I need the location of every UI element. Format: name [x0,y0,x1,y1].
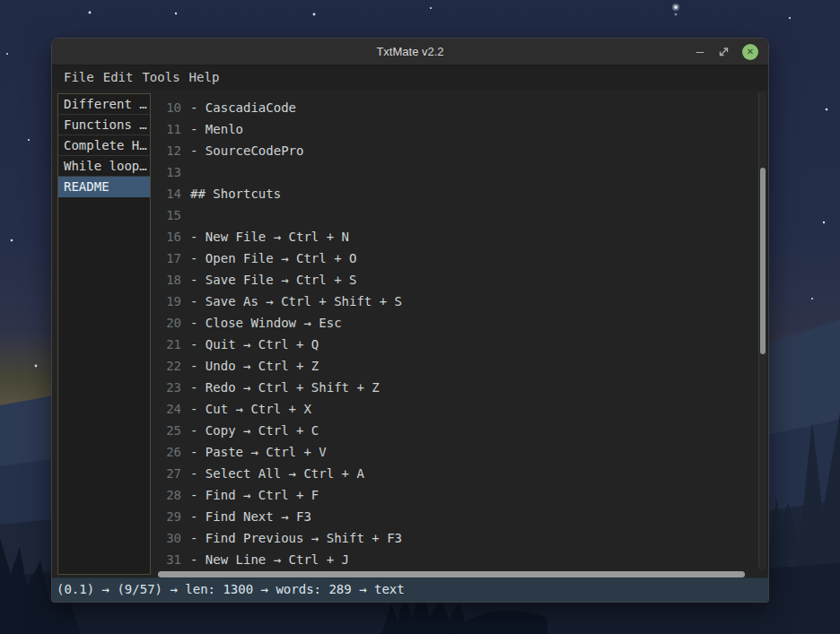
line-number: 21 [165,334,181,355]
list-item[interactable]: While loop… [58,156,150,177]
close-button[interactable]: ✕ [742,44,758,60]
window-controls: – ✕ [695,39,758,65]
editor-line: 19- Save As → Ctrl + Shift + S [153,291,757,312]
editor-line: 15 [153,204,757,226]
line-number: 27 [165,463,181,484]
editor-line: 29- Find Next → F3 [153,506,757,527]
line-text: ## Shortcuts [190,187,281,201]
line-number: 30 [165,527,181,549]
line-number: 25 [165,420,181,441]
line-number: 22 [165,355,181,377]
menu-tools[interactable]: Tools [137,65,184,90]
editor-line: 10- CascadiaCode [153,97,757,118]
line-number: 26 [165,441,181,463]
line-text: - CascadiaCode [190,100,296,115]
line-text: - Open File → Ctrl + O [190,251,356,265]
line-text: - Find Previous → Shift + F3 [190,531,402,545]
editor-line: 23- Redo → Ctrl + Shift + Z [153,377,757,398]
menu-help[interactable]: Help [185,65,224,90]
line-number: 12 [165,140,181,161]
line-text: - Menlo [190,122,243,136]
line-text: - Cut → Ctrl + X [190,402,311,416]
list-item[interactable]: Different … [58,94,150,115]
window-content: Different …Functions …Complete H…While l… [52,90,768,578]
line-number: 13 [165,161,181,183]
line-number: 28 [165,484,181,506]
close-icon: ✕ [747,47,754,56]
editor-line: 27- Select All → Ctrl + A [153,463,757,484]
editor-line: 17- Open File → Ctrl + O [153,248,757,269]
line-text: - New File → Ctrl + N [190,230,349,244]
line-number: 24 [165,398,181,420]
editor[interactable]: 10- CascadiaCode11- Menlo12- SourceCodeP… [153,90,768,578]
menu-file[interactable]: File [59,65,99,90]
status-text: (0.1) → (9/57) → len: 1300 → words: 289 … [52,578,768,601]
list-item[interactable]: README [58,177,150,197]
horizontal-scrollbar[interactable] [158,571,745,578]
editor-line: 14## Shortcuts [153,183,757,204]
line-text: - Undo → Ctrl + Z [190,359,319,373]
line-number: 23 [165,377,181,398]
editor-line: 22- Undo → Ctrl + Z [153,355,757,377]
editor-line: 20- Close Window → Esc [153,312,757,334]
line-number: 17 [165,248,181,269]
editor-line: 12- SourceCodePro [153,140,757,161]
file-list[interactable]: Different …Functions …Complete H…While l… [57,93,151,575]
menubar: FileEditToolsHelp [52,65,768,90]
list-item[interactable]: Complete H… [58,135,150,156]
window-title: TxtMate v2.2 [52,39,768,65]
line-text: - SourceCodePro [190,143,303,158]
editor-line: 21- Quit → Ctrl + Q [153,334,757,355]
desktop: TxtMate v2.2 – ✕ FileEditToolsHelp Diffe… [0,0,840,634]
editor-lines: 10- CascadiaCode11- Menlo12- SourceCodeP… [153,97,757,578]
line-number: 14 [165,183,181,204]
line-number: 29 [165,506,181,527]
line-number: 11 [165,118,181,140]
maximize-icon [719,47,729,56]
titlebar[interactable]: TxtMate v2.2 – ✕ [52,39,768,65]
app-window: TxtMate v2.2 – ✕ FileEditToolsHelp Diffe… [51,38,769,603]
menu-edit[interactable]: Edit [99,65,138,90]
line-number: 31 [165,549,181,570]
editor-line: 31- New Line → Ctrl + J [153,549,757,570]
editor-line: 18- Save File → Ctrl + S [153,269,757,291]
editor-line: 25- Copy → Ctrl + C [153,420,757,441]
line-text: - Quit → Ctrl + Q [190,337,319,352]
vertical-scrollbar-track[interactable] [758,91,766,569]
line-number: 18 [165,269,181,291]
line-number: 10 [165,97,181,118]
editor-line: 30- Find Previous → Shift + F3 [153,527,757,549]
editor-line: 16- New File → Ctrl + N [153,226,757,248]
line-number: 16 [165,226,181,248]
editor-line: 28- Find → Ctrl + F [153,484,757,506]
line-text: - New Line → Ctrl + J [190,552,349,567]
line-text: - Redo → Ctrl + Shift + Z [190,380,380,395]
maximize-button[interactable] [719,47,729,56]
line-text: - Copy → Ctrl + C [190,423,319,438]
line-text: - Save As → Ctrl + Shift + S [190,294,402,308]
line-text: - Paste → Ctrl + V [190,445,327,459]
line-text: - Select All → Ctrl + A [190,466,364,481]
line-number: 19 [165,291,181,312]
line-text: - Close Window → Esc [190,316,342,330]
editor-line: 11- Menlo [153,118,757,140]
line-text: - Find → Ctrl + F [190,488,319,502]
status-bar: (0.1) → (9/57) → len: 1300 → words: 289 … [52,578,768,602]
editor-line: 24- Cut → Ctrl + X [153,398,757,420]
list-item[interactable]: Functions … [58,115,150,135]
line-text: - Find Next → F3 [190,509,311,524]
vertical-scrollbar-thumb[interactable] [760,168,766,354]
minimize-button[interactable]: – [695,39,705,65]
editor-line: 26- Paste → Ctrl + V [153,441,757,463]
editor-line: 13 [153,161,757,183]
line-number: 15 [165,204,181,226]
line-number: 20 [165,312,181,334]
line-text: - Save File → Ctrl + S [190,273,356,287]
